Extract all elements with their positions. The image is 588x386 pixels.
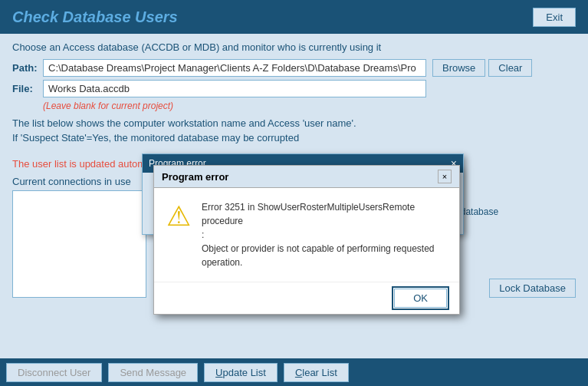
inner-dialog-title: Program error [162,171,228,183]
path-row: Path: Browse Clear [12,59,576,77]
update-list-button[interactable]: Update List [204,363,278,382]
file-row: File: [12,80,576,97]
description-text: Choose an Access database (ACCDB or MDB)… [12,41,576,53]
error-line-2: : [202,229,204,240]
inner-dialog-footer: OK [154,282,459,314]
warning-icon: ⚠ [166,200,191,233]
clear-list-button[interactable]: Clear List [284,363,349,382]
exit-button[interactable]: Exit [533,8,576,27]
inner-dialog-titlebar: Program error × [154,166,459,188]
ok-button[interactable]: OK [394,289,447,308]
inner-program-error-dialog: Program error × ⚠ Error 3251 in ShowUser… [153,165,460,315]
inner-dialog-body: ⚠ Error 3251 in ShowUserRosterMultipleUs… [154,188,459,282]
path-input[interactable] [43,59,426,77]
title-bar: Check Database Users Exit [0,0,588,34]
path-buttons: Browse Clear [432,59,532,77]
clear-list-label: Clear List [295,367,337,378]
update-list-label: Update List [215,367,266,378]
inner-dialog-close-button[interactable]: × [438,170,452,183]
error-line-1: Error 3251 in ShowUserRosterMultipleUser… [202,202,415,226]
send-message-button[interactable]: Send Message [108,363,198,382]
bottom-bar: Disconnect User Send Message Update List… [0,358,588,386]
clear-path-button[interactable]: Clear [488,59,532,77]
error-message-text: Error 3251 in ShowUserRosterMultipleUser… [202,200,447,269]
clear-list-text: lear List [302,367,337,378]
info-line-2: If 'Suspect State'=Yes, the monitored da… [12,132,576,144]
leave-blank-text: (Leave blank for current project) [43,101,576,111]
file-input[interactable] [43,80,426,97]
file-label: File: [12,83,43,94]
path-label: Path: [12,62,43,74]
app-title: Check Database Users [12,8,178,26]
error-line-3: Object or provider is not capable of per… [202,243,435,268]
info-line-1: The list below shows the computer workst… [12,117,576,129]
browse-button[interactable]: Browse [432,59,485,77]
disconnect-user-button[interactable]: Disconnect User [6,363,102,382]
lock-database-button[interactable]: Lock Database [489,279,576,298]
connections-list[interactable] [12,190,146,298]
